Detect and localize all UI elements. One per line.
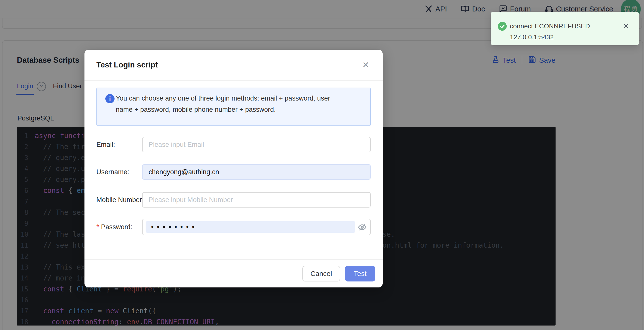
mobile-number-field[interactable] (142, 192, 371, 208)
app-root: API Doc Forum (0, 0, 644, 330)
email-field[interactable] (142, 137, 371, 152)
modal-header: Test Login script ✕ (84, 50, 382, 81)
modal-title: Test Login script (96, 50, 158, 80)
email-label: Email: (96, 141, 142, 148)
password-label-text: Password: (101, 223, 132, 231)
alert-text: You can choose any one of three login me… (116, 93, 362, 115)
toast-message: connect ECONNREFUSED 127.0.0.1:5432 (510, 21, 590, 43)
password-masked-value: •••••••• (146, 221, 355, 233)
success-check-icon (498, 21, 507, 32)
mobile-number-label: Mobile Number: (96, 196, 142, 204)
alert-text-line2: name + password, mobile phone number + p… (116, 104, 362, 115)
alert-text-line1: You can choose any one of three login me… (116, 93, 362, 104)
modal-footer: Cancel Test (84, 259, 382, 287)
info-icon: i (105, 94, 114, 103)
username-label: Username: (96, 168, 142, 176)
password-field[interactable]: •••••••• (142, 219, 371, 235)
password-label: *Password: (96, 223, 142, 231)
login-methods-alert: i You can choose any one of three login … (96, 88, 371, 126)
toast-message-line2: 127.0.0.1:5432 (510, 32, 590, 43)
eye-invisible-icon[interactable] (357, 223, 367, 232)
username-field[interactable] (142, 164, 371, 180)
email-row: Email: (96, 137, 371, 152)
username-row: Username: (96, 164, 371, 180)
toast-notification: connect ECONNREFUSED 127.0.0.1:5432 ✕ (491, 12, 639, 45)
toast-close-icon[interactable]: ✕ (621, 21, 632, 32)
test-login-modal: Test Login script ✕ i You can choose any… (84, 50, 382, 287)
cancel-button[interactable]: Cancel (302, 266, 340, 281)
password-row: *Password: •••••••• (96, 219, 371, 235)
modal-close-icon[interactable]: ✕ (359, 58, 372, 71)
modal-test-button[interactable]: Test (345, 266, 375, 281)
mobile-number-row: Mobile Number: (96, 192, 371, 208)
toast-message-line1: connect ECONNREFUSED (510, 21, 590, 32)
required-asterisk: * (96, 223, 99, 231)
